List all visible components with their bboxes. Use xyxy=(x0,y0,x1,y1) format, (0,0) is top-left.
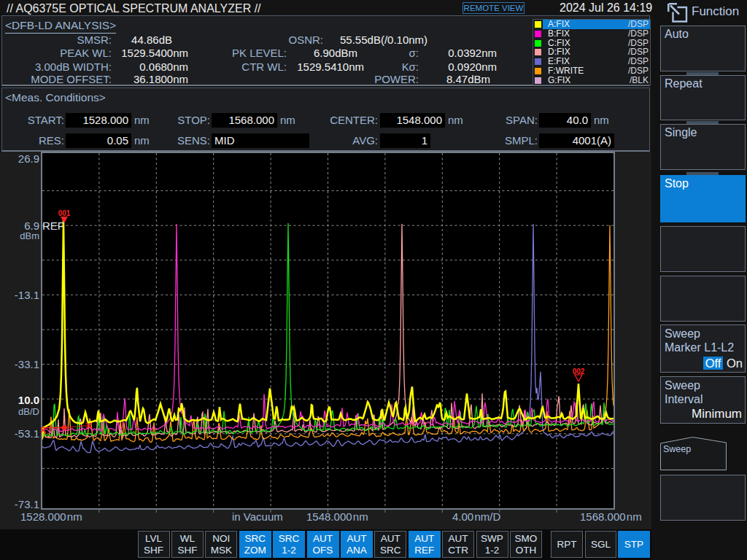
svg-text:001: 001 xyxy=(58,209,71,217)
svg-text:Sweep: Sweep xyxy=(663,444,691,454)
svg-text:002: 002 xyxy=(573,368,585,376)
